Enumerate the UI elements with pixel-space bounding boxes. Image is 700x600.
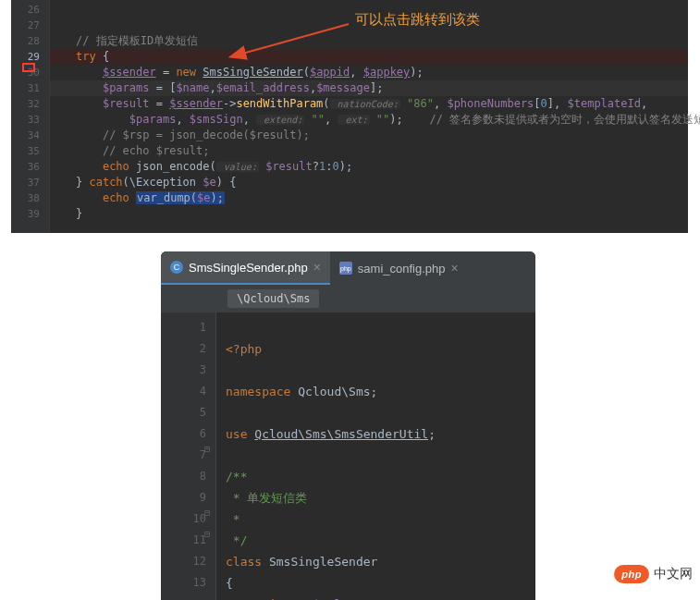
code-line: [226, 406, 233, 420]
line-number[interactable]: 31: [11, 80, 40, 96]
line-number[interactable]: 10: [161, 508, 206, 530]
code-line: $params = [$name,$email_address,$message…: [76, 81, 383, 94]
code-editor-upper[interactable]: 26 27 28 29 30 31 32 33 34 35 36 37 38 3…: [11, 0, 688, 233]
code-editor-lower[interactable]: C SmsSingleSender.php × php sami_config.…: [161, 251, 535, 600]
code-line: // echo $result;: [76, 144, 210, 157]
line-number[interactable]: 12: [161, 551, 206, 572]
annotation-text: 可以点击跳转到该类: [355, 11, 480, 29]
line-number[interactable]: 3: [161, 360, 206, 381]
close-icon[interactable]: ×: [451, 261, 459, 276]
breakpoint-marker[interactable]: [22, 63, 35, 72]
php-cn-logo[interactable]: php 中文网: [614, 565, 693, 583]
gutter-upper[interactable]: 26 27 28 29 30 31 32 33 34 35 36 37 38 3…: [11, 0, 50, 233]
tab-label: SmsSingleSender.php: [189, 261, 308, 275]
class-icon: C: [170, 261, 183, 274]
line-number[interactable]: 36: [11, 159, 40, 175]
breadcrumb-bar: \Qcloud\Sms: [161, 285, 535, 312]
tab-smssinglesender[interactable]: C SmsSingleSender.php ×: [161, 251, 330, 285]
line-number[interactable]: 28: [11, 33, 40, 49]
code-line: $ssender = new SmsSingleSender($appid, $…: [76, 66, 424, 79]
line-number[interactable]: 6: [161, 423, 206, 445]
code-line: }: [76, 207, 82, 220]
line-number[interactable]: 13: [161, 572, 206, 594]
tab-sami-config[interactable]: php sami_config.php ×: [330, 251, 468, 285]
code-line: // $rsp = json_decode($result);: [76, 129, 310, 141]
fold-icon[interactable]: ⊟: [204, 444, 210, 454]
tab-bar: C SmsSingleSender.php × php sami_config.…: [161, 251, 535, 285]
line-number[interactable]: 33: [11, 112, 40, 128]
line-number[interactable]: 5: [161, 402, 206, 423]
code-line: namespace Qcloud\Sms;: [226, 385, 377, 398]
line-number[interactable]: 34: [11, 128, 40, 143]
line-number[interactable]: 9: [161, 487, 206, 508]
line-number[interactable]: 8: [161, 466, 206, 487]
code-area-upper[interactable]: // 指定模板ID单发短信 try { $ssender = new SmsSi…: [50, 0, 688, 233]
code-line: *: [226, 512, 240, 526]
breadcrumb-namespace[interactable]: \Qcloud\Sms: [227, 289, 319, 308]
line-number[interactable]: 2: [161, 338, 206, 360]
code-line: * 单发短信类: [226, 491, 307, 505]
code-line: $result = $ssender->sendWithParam( natio…: [76, 97, 647, 110]
code-line: use Qcloud\Sms\SmsSenderUtil;: [226, 427, 436, 441]
php-file-icon: php: [339, 262, 352, 275]
code-line: <?php: [226, 342, 262, 356]
code-line: class SmsSingleSender: [226, 555, 377, 569]
line-number[interactable]: 7: [161, 445, 206, 466]
line-number[interactable]: 27: [11, 18, 40, 33]
line-number[interactable]: 38: [11, 190, 40, 206]
code-line: echo var_dump($e);: [76, 191, 225, 204]
code-line: */: [226, 533, 247, 547]
line-number[interactable]: 35: [11, 143, 40, 159]
fold-icon[interactable]: ⊟: [204, 508, 210, 518]
line-number[interactable]: 1: [161, 317, 206, 338]
line-number[interactable]: 39: [11, 206, 40, 222]
code-area-lower[interactable]: <?php namespace Qcloud\Sms; use Qcloud\S…: [216, 312, 535, 600]
line-number[interactable]: 4: [161, 381, 206, 402]
logo-badge: php: [614, 565, 649, 583]
close-icon[interactable]: ×: [313, 260, 321, 275]
code-line: try {: [76, 50, 109, 63]
code-line: [226, 448, 233, 462]
line-number[interactable]: 26: [11, 2, 40, 18]
tab-label: sami_config.php: [358, 262, 446, 276]
logo-text: 中文网: [654, 566, 693, 582]
code-line: } catch(\Exception $e) {: [76, 176, 236, 189]
code-line: /**: [226, 470, 247, 484]
code-line: // 指定模板ID单发短信: [76, 34, 198, 47]
code-line: echo json_encode( value: $result?1:0);: [76, 160, 352, 173]
line-number[interactable]: 32: [11, 96, 40, 112]
code-line: [226, 363, 233, 377]
line-number[interactable]: 11: [161, 530, 206, 551]
line-number[interactable]: 37: [11, 175, 40, 190]
gutter-lower[interactable]: 1 2 3 4 5 6 7 8 9 10 11 12 13: [161, 312, 216, 600]
code-line: [76, 18, 82, 31]
code-line: {: [226, 576, 233, 590]
code-line: $params, $smsSign, extend: "", ext: "");…: [76, 113, 700, 126]
fold-icon[interactable]: ⊟: [204, 529, 210, 539]
